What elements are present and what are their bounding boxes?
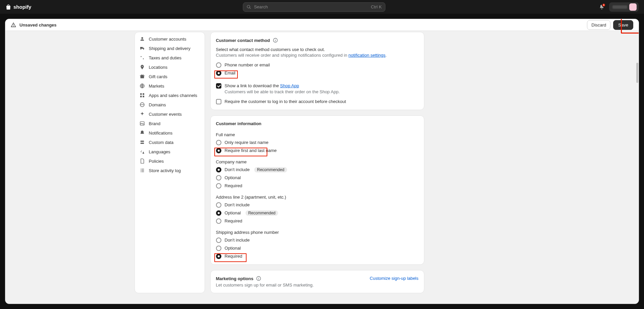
svg-point-12 (275, 39, 275, 40)
shopify-topbar: shopify Search Ctrl K 1 (0, 0, 644, 14)
search-icon (247, 5, 251, 9)
person-icon (140, 36, 145, 42)
radio-shipphone-required[interactable]: Required (216, 254, 419, 259)
recommended-badge: Recommended (254, 167, 287, 172)
list-icon (140, 168, 145, 173)
radio-label: Don't include (225, 167, 250, 172)
sidebar-item-customer-accounts[interactable]: Customer accounts (135, 34, 205, 44)
checkbox-input[interactable] (216, 83, 221, 89)
radio-label: Phone number or email (225, 62, 270, 67)
info-icon[interactable] (256, 276, 261, 281)
radio-input[interactable] (216, 62, 221, 68)
checkbox-shop-app[interactable]: Show a link to download the Shop App (216, 83, 419, 89)
radio-shipphone-dont-include[interactable]: Don't include (216, 238, 419, 243)
radio-input[interactable] (216, 148, 221, 153)
radio-phone-or-email[interactable]: Phone number or email (216, 62, 419, 68)
radio-addr2-required[interactable]: Required (216, 218, 419, 224)
sidebar-item-label: Shipping and delivery (149, 46, 191, 51)
radio-input[interactable] (216, 70, 221, 76)
radio-input[interactable] (216, 167, 221, 172)
sidebar-item-label: Notifications (149, 131, 173, 136)
search-input[interactable]: Search Ctrl K (243, 2, 385, 12)
shop-app-link[interactable]: Shop App (280, 83, 299, 88)
sidebar-item-markets[interactable]: Markets (135, 81, 205, 91)
checkbox-require-login[interactable]: Require the customer to log in to their … (216, 99, 419, 104)
settings-main: Customer contact method Select what cont… (210, 32, 424, 293)
radio-input[interactable] (216, 140, 221, 145)
radio-label: Only require last name (225, 140, 269, 145)
bell-icon (140, 130, 145, 136)
discard-button[interactable]: Discard (587, 20, 610, 30)
checkbox-input[interactable] (216, 99, 221, 104)
settings-body: Customer accounts Shipping and delivery … (5, 31, 639, 304)
sidebar-item-policies[interactable]: Policies (135, 156, 205, 166)
sidebar-item-label: Taxes and duties (149, 55, 182, 60)
notifications-button[interactable]: 1 (597, 2, 606, 12)
checkbox-label: Require the customer to log in to their … (225, 99, 346, 104)
shop-prefix: Show a link to download the (225, 83, 280, 88)
radio-input[interactable] (216, 183, 221, 189)
radio-company-dont-include[interactable]: Don't include Recommended (216, 167, 419, 172)
notification-settings-link[interactable]: notification settings (348, 53, 386, 58)
sidebar-item-label: Markets (149, 84, 164, 89)
panel-title-text: Customer information (216, 121, 262, 126)
globe-icon (140, 83, 145, 89)
radio-input[interactable] (216, 175, 221, 181)
sidebar-item-brand[interactable]: Brand (135, 119, 205, 128)
panel-customer-info: Customer information Full name Only requ… (210, 115, 424, 265)
radio-addr2-optional[interactable]: Optional Recommended (216, 210, 419, 216)
sidebar-item-custom-data[interactable]: Custom data (135, 138, 205, 147)
group-full-name: Full name (216, 132, 419, 137)
radio-input[interactable] (216, 254, 221, 259)
panel-contact-method: Customer contact method Select what cont… (210, 32, 424, 110)
store-switcher[interactable] (609, 2, 639, 12)
radio-require-first-last[interactable]: Require first and last name (216, 148, 419, 153)
sparkle-icon (140, 111, 145, 117)
database-icon (140, 140, 145, 145)
sidebar-item-shipping[interactable]: Shipping and delivery (135, 44, 205, 53)
radio-label: Email (225, 70, 236, 75)
radio-only-last-name[interactable]: Only require last name (216, 140, 419, 145)
sidebar-item-customer-events[interactable]: Customer events (135, 109, 205, 119)
scrollbar-thumb[interactable] (636, 63, 638, 83)
sidebar-item-label: Domains (149, 102, 166, 107)
percent-icon (140, 55, 145, 60)
radio-label: Required (225, 183, 243, 188)
radio-label: Required (225, 218, 243, 223)
sidebar-item-label: Locations (149, 65, 168, 70)
info-icon[interactable] (273, 38, 278, 43)
sidebar-item-label: Gift cards (149, 74, 168, 79)
radio-input[interactable] (216, 238, 221, 243)
radio-label: Don't include (225, 238, 250, 243)
sidebar-item-activity-log[interactable]: Store activity log (135, 166, 205, 175)
sidebar-item-apps[interactable]: Apps and sales channels (135, 91, 205, 100)
sidebar-item-label: Languages (149, 149, 170, 154)
warning-icon (11, 22, 16, 28)
radio-company-optional[interactable]: Optional (216, 175, 419, 181)
grid-icon (140, 93, 145, 98)
shopify-logo[interactable]: shopify (5, 4, 31, 10)
radio-email[interactable]: Email (216, 70, 419, 76)
group-company-name: Company name (216, 159, 419, 164)
sidebar-item-label: Brand (149, 121, 161, 126)
sidebar-item-gift-cards[interactable]: Gift cards (135, 72, 205, 81)
sidebar-item-taxes[interactable]: Taxes and duties (135, 53, 205, 62)
radio-company-required[interactable]: Required (216, 183, 419, 189)
customize-signup-link[interactable]: Customize sign-up labels (370, 276, 418, 281)
brand-text: shopify (13, 4, 31, 10)
radio-addr2-dont-include[interactable]: Don't include (216, 202, 419, 208)
sidebar-item-label: Custom data (149, 140, 174, 145)
sidebar-item-languages[interactable]: Languages (135, 147, 205, 156)
sidebar-item-domains[interactable]: Domains (135, 100, 205, 109)
radio-input[interactable] (216, 202, 221, 208)
save-button[interactable]: Save (613, 20, 633, 30)
sidebar-item-label: Apps and sales channels (149, 93, 198, 98)
radio-shipphone-optional[interactable]: Optional (216, 246, 419, 251)
radio-input[interactable] (216, 218, 221, 224)
contact-desc: Select what contact method customers use… (216, 47, 419, 52)
radio-input[interactable] (216, 246, 221, 251)
panel-title: Marketing options (216, 276, 314, 281)
sidebar-item-notifications[interactable]: Notifications (135, 128, 205, 138)
radio-input[interactable] (216, 210, 221, 216)
sidebar-item-locations[interactable]: Locations (135, 62, 205, 72)
